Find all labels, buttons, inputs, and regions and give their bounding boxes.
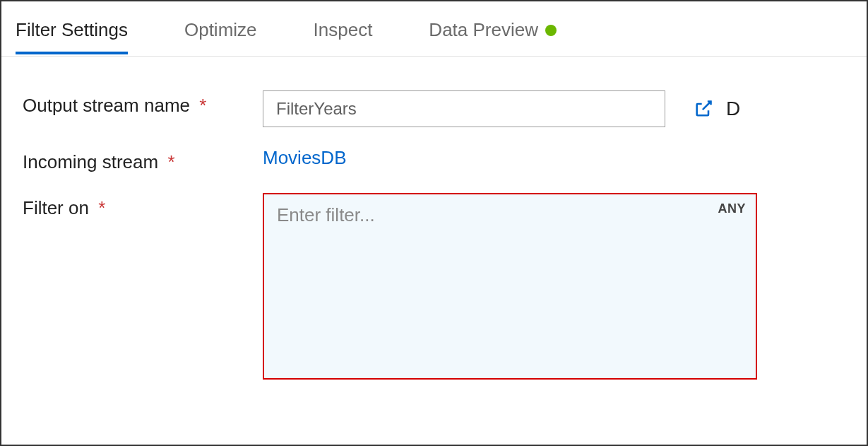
filter-expression-input[interactable]: Enter filter... ANY <box>263 193 757 380</box>
output-stream-input[interactable] <box>263 90 665 127</box>
incoming-stream-link[interactable]: MoviesDB <box>263 147 346 169</box>
row-filter-on: Filter on * Enter filter... ANY <box>23 193 845 380</box>
label-text: Incoming stream <box>23 151 158 172</box>
filter-type-badge: ANY <box>718 201 746 216</box>
required-asterisk: * <box>199 95 206 116</box>
required-asterisk: * <box>98 197 105 218</box>
form-area: Output stream name * D Incoming stream *… <box>1 57 867 421</box>
label-incoming-stream: Incoming stream * <box>23 147 263 173</box>
field-output-stream: D <box>263 90 845 127</box>
tab-data-preview[interactable]: Data Preview <box>429 4 557 54</box>
filter-placeholder-text: Enter filter... <box>277 204 375 225</box>
label-filter-on: Filter on * <box>23 193 263 219</box>
tab-label: Inspect <box>314 19 373 41</box>
tab-label: Filter Settings <box>16 19 128 41</box>
field-incoming-stream: MoviesDB <box>263 147 845 169</box>
label-text: Output stream name <box>23 95 190 116</box>
row-incoming-stream: Incoming stream * MoviesDB <box>23 147 845 173</box>
label-text: Filter on <box>23 197 89 218</box>
tab-label: Optimize <box>184 19 257 41</box>
open-external-icon[interactable] <box>694 99 713 119</box>
required-asterisk: * <box>167 151 174 172</box>
tab-label: Data Preview <box>429 19 538 41</box>
status-dot-icon <box>545 25 557 36</box>
right-actions: D <box>694 98 740 120</box>
label-output-stream: Output stream name * <box>23 90 263 117</box>
field-filter-on: Enter filter... ANY <box>263 193 845 380</box>
tab-optimize[interactable]: Optimize <box>184 4 257 54</box>
tab-filter-settings[interactable]: Filter Settings <box>16 4 128 54</box>
truncated-label: D <box>726 98 740 120</box>
tabs-bar: Filter Settings Optimize Inspect Data Pr… <box>1 1 867 57</box>
tab-inspect[interactable]: Inspect <box>314 4 373 54</box>
row-output-stream: Output stream name * D <box>23 90 845 127</box>
